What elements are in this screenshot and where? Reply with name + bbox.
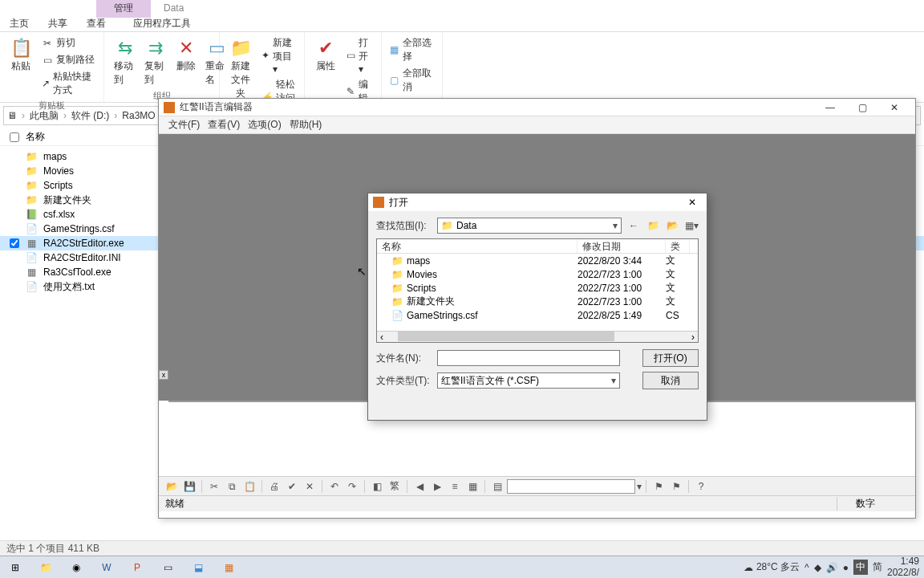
ime-indicator[interactable]: 中 — [853, 560, 868, 575]
taskbar-taskview-icon[interactable]: ▭ — [152, 556, 183, 579]
breadcrumb-pc[interactable]: 此电脑 — [30, 109, 59, 123]
menu-file[interactable]: 文件(F) — [165, 116, 203, 133]
delete-button[interactable]: ✕删除 — [172, 35, 201, 88]
tray-icon-3[interactable]: ● — [843, 562, 849, 573]
weather-widget[interactable]: ☁ 28°C 多云 — [744, 560, 800, 574]
copy-to-button[interactable]: ⇉复制到 — [141, 35, 170, 88]
folder-icon: 📁 — [26, 180, 37, 191]
item-checkbox[interactable] — [10, 238, 19, 248]
tb-grid-icon[interactable]: ▦ — [464, 478, 480, 495]
tray-up-icon[interactable]: ^ — [804, 562, 809, 573]
dlg-col-type[interactable]: 类 — [666, 239, 690, 253]
clipboard-icon: 📋 — [10, 37, 32, 59]
dialog-titlebar[interactable]: 打开 ✕ — [368, 193, 707, 211]
taskbar-ppt-icon[interactable]: P — [122, 556, 152, 579]
tb-copy-icon[interactable]: ⧉ — [224, 478, 240, 495]
filetype-combo[interactable]: 红警II语言文件 (*.CSF) ▾ — [437, 372, 620, 389]
move-to-button[interactable]: ⇆移动到 — [111, 35, 140, 88]
tb-left-icon[interactable]: ≡ — [447, 478, 463, 495]
taskbar-word-icon[interactable]: W — [91, 556, 122, 579]
explorer-titlebar: 管理 Data — [0, 0, 924, 16]
editor-titlebar[interactable]: 红警II语言编辑器 — ▢ ✕ — [159, 99, 915, 116]
select-all-icon: ▦ — [390, 44, 399, 55]
tb-delete-icon[interactable]: ✕ — [302, 478, 318, 495]
paste-shortcut-button[interactable]: ↗粘贴快捷方式 — [40, 69, 97, 98]
tb-table-icon[interactable]: ▤ — [489, 478, 505, 495]
lang-indicator[interactable]: 简 — [873, 560, 882, 574]
new-item-button[interactable]: ✦新建项目 ▾ — [260, 35, 298, 75]
tb-undo-icon[interactable]: ↶ — [326, 478, 342, 495]
dlg-col-name[interactable]: 名称 — [377, 239, 578, 253]
tb-flag1-icon[interactable]: ⚑ — [650, 478, 667, 495]
tb-save-icon[interactable]: 💾 — [181, 478, 197, 495]
cut-button[interactable]: ✂剪切 — [40, 35, 97, 51]
scroll-right-icon[interactable]: › — [688, 332, 698, 342]
back-button[interactable]: ← — [626, 218, 641, 233]
dialog-close-button[interactable]: ✕ — [683, 197, 702, 208]
breadcrumb-folder[interactable]: Ra3MO — [122, 110, 155, 121]
maximize-button[interactable]: ▢ — [846, 100, 878, 116]
new-folder-button[interactable]: 📂 — [665, 218, 679, 233]
tb-paste-icon[interactable]: 📋 — [241, 478, 257, 495]
tb-redo-icon[interactable]: ↷ — [344, 478, 360, 495]
start-button[interactable]: ⊞ — [0, 556, 30, 579]
paste-button[interactable]: 📋 粘贴 — [6, 35, 35, 98]
open-confirm-button[interactable]: 打开(O) — [642, 349, 699, 367]
menu-view[interactable]: 查看(V) — [205, 116, 243, 133]
taskbar-chrome-icon[interactable]: ◉ — [61, 556, 91, 579]
column-name[interactable]: 名称 — [26, 130, 45, 144]
dlg-col-date[interactable]: 修改日期 — [578, 239, 666, 253]
taskbar-clock[interactable]: 1:49 2022/8/ — [887, 556, 919, 577]
subtab-share[interactable]: 共享 — [38, 14, 77, 33]
copy-path-button[interactable]: ▭复制路径 — [40, 52, 97, 67]
filename-input[interactable] — [437, 350, 620, 366]
tb-outdent-icon[interactable]: ◀ — [411, 478, 428, 495]
sidebar-toggle[interactable]: x — [159, 370, 168, 380]
dialog-hscrollbar[interactable]: ‹ › — [377, 331, 698, 342]
file-name: RA2CStrEditor.exe — [43, 238, 124, 249]
menu-options[interactable]: 选项(O) — [245, 116, 284, 133]
tb-flag2-icon[interactable]: ⚑ — [668, 478, 684, 495]
new-folder-icon: 📁 — [229, 37, 252, 59]
new-item-icon: ✦ — [261, 50, 270, 61]
tb-combo[interactable] — [507, 479, 635, 494]
taskbar-editor-icon[interactable]: ▦ — [213, 556, 244, 579]
file-name: RA2CStrEditor.INI — [43, 252, 121, 263]
dialog-file-row[interactable]: 📁Movies2022/7/23 1:00文 — [377, 267, 698, 281]
tb-toggle-icon[interactable]: ◧ — [369, 478, 385, 495]
tab-data[interactable]: Data — [151, 0, 197, 16]
tray-icon-1[interactable]: ◆ — [814, 562, 821, 573]
subtab-app-tools[interactable]: 应用程序工具 — [124, 14, 201, 33]
open-button[interactable]: ▭打开 ▾ — [345, 35, 375, 75]
tb-help-icon[interactable]: ? — [693, 478, 709, 495]
menu-help[interactable]: 帮助(H) — [286, 116, 326, 133]
subtab-home[interactable]: 主页 — [0, 14, 38, 33]
cancel-button[interactable]: 取消 — [642, 372, 699, 389]
subtab-view[interactable]: 查看 — [77, 14, 116, 33]
select-all-button[interactable]: ▦全部选择 — [388, 35, 436, 64]
view-menu-button[interactable]: ▦▾ — [684, 218, 699, 233]
dialog-file-row[interactable]: 📄GameStrings.csf2022/8/25 1:49CS — [377, 308, 698, 322]
tb-indent-icon[interactable]: ▶ — [429, 478, 445, 495]
select-none-button[interactable]: ▢全部取消 — [388, 66, 436, 95]
scroll-left-icon[interactable]: ‹ — [377, 332, 387, 342]
look-in-combo[interactable]: 📁 Data ▾ — [437, 218, 622, 234]
tb-print-icon[interactable]: 🖨 — [266, 478, 282, 495]
breadcrumb-drive[interactable]: 软件 (D:) — [71, 109, 109, 123]
dialog-file-row[interactable]: 📁新建文件夹2022/7/23 1:00文 — [377, 295, 698, 308]
tb-cut-icon[interactable]: ✂ — [206, 478, 222, 495]
scroll-thumb[interactable] — [398, 332, 614, 341]
dialog-file-row[interactable]: 📁Scripts2022/7/23 1:00文 — [377, 281, 698, 295]
tb-fan-button[interactable]: 繁 — [387, 478, 403, 495]
tb-check-icon[interactable]: ✔ — [284, 478, 300, 495]
tray-icon-2[interactable]: 🔊 — [826, 562, 838, 573]
taskbar-explorer-icon[interactable]: 📁 — [30, 556, 61, 579]
minimize-button[interactable]: — — [814, 100, 846, 116]
folder-icon: 📁 — [391, 283, 403, 294]
up-button[interactable]: 📁 — [646, 218, 660, 233]
dialog-file-row[interactable]: 📁maps2022/8/20 3:44文 — [377, 254, 698, 267]
close-button[interactable]: ✕ — [878, 100, 910, 116]
tb-open-icon[interactable]: 📂 — [164, 478, 180, 495]
taskbar-vscode-icon[interactable]: ⬓ — [183, 556, 213, 579]
select-all-checkbox[interactable] — [10, 132, 19, 142]
